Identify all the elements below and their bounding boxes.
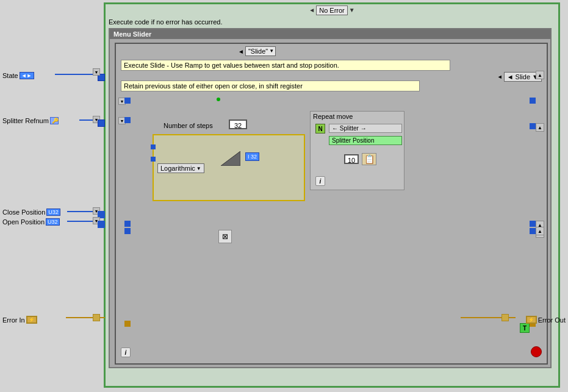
num-steps-label: Number of steps bbox=[164, 122, 213, 129]
close-position-area: Close Position U32 bbox=[2, 208, 60, 216]
error-in-area: Error In ⚡ bbox=[2, 316, 37, 324]
svg-marker-0 bbox=[221, 151, 240, 166]
scroll-right-lower2[interactable]: ▲ bbox=[536, 227, 544, 235]
blue-terminal-r4 bbox=[530, 228, 536, 234]
blue-terminal-2 bbox=[124, 117, 131, 123]
error-dropdown-label: No Error bbox=[316, 5, 348, 15]
error-out-label: Error Out bbox=[538, 316, 566, 324]
scroll-up-top[interactable]: ▲ bbox=[536, 71, 544, 79]
error-out-terminal: ⚡ bbox=[526, 316, 537, 324]
info-icon-inner: i bbox=[315, 176, 325, 186]
execute-slide-box: Execute Slide - Use Ramp to get values b… bbox=[121, 60, 450, 71]
term-open bbox=[98, 221, 105, 228]
error-out-area: ⚡ Error Out bbox=[526, 316, 566, 324]
retain-box: Retain previous state of either open or … bbox=[121, 80, 420, 91]
nested-term-2 bbox=[151, 157, 156, 162]
logarithmic-dropdown[interactable]: Logarithmic ▼ bbox=[157, 163, 204, 173]
state-area: State ◄► bbox=[2, 72, 34, 79]
repeat-move-title: Repeat move bbox=[311, 112, 404, 121]
blue-terminal-3 bbox=[124, 221, 131, 227]
stop-icon bbox=[531, 346, 542, 357]
num-steps-input[interactable]: 32 bbox=[229, 119, 247, 129]
inner-panel: ◄ "Slide" ▼ Execute Slide - Use Ramp to … bbox=[115, 43, 548, 365]
i32-box: I 32 bbox=[245, 152, 259, 161]
term-splitter bbox=[98, 119, 105, 127]
repeat-move-box: Repeat move N ← Splitter → Splitter Posi… bbox=[310, 111, 404, 190]
main-container: ◄ No Error ▼ Execute code if no error ha… bbox=[0, 0, 568, 392]
scroll-right-mid[interactable]: ▲ bbox=[536, 123, 544, 132]
open-type: U32 bbox=[46, 218, 60, 226]
state-label: State bbox=[2, 72, 18, 79]
xor-box: ⊠ bbox=[218, 230, 232, 243]
green-terminal: T bbox=[520, 323, 530, 333]
nested-term-1 bbox=[151, 144, 156, 149]
splitter-refnum-area: Splitter Refnum 🔑 bbox=[2, 117, 59, 124]
n-box: N bbox=[315, 124, 325, 134]
blue-terminal-1 bbox=[124, 98, 131, 104]
logarithmic-label: Logarithmic bbox=[160, 165, 195, 172]
error-in-terminal: ⚡ bbox=[26, 316, 37, 324]
splitter-position: Splitter Position bbox=[329, 136, 402, 145]
blue-terminal-r2 bbox=[530, 123, 536, 129]
no-error-dropdown[interactable]: ◄ No Error ▼ bbox=[309, 5, 354, 15]
state-type: ◄► bbox=[20, 72, 34, 79]
splitter-type-icon: 🔑 bbox=[50, 117, 59, 124]
term-errorout bbox=[501, 314, 509, 321]
scroll-btn-r2[interactable]: ▲ bbox=[536, 227, 544, 235]
blue-terminal-r3 bbox=[530, 221, 536, 227]
term-errorin bbox=[93, 314, 100, 321]
info-icon-outer: i bbox=[121, 347, 131, 357]
gold-terminal-left bbox=[124, 321, 131, 327]
open-position-area: Open Position U32 bbox=[2, 218, 60, 226]
slide-dropdown-area: ◄ "Slide" ▼ bbox=[238, 46, 276, 56]
error-in-label: Error In bbox=[2, 316, 25, 324]
open-position-label: Open Position bbox=[2, 218, 45, 226]
close-position-label: Close Position bbox=[2, 208, 45, 216]
slide-btn-right[interactable]: ◄ ◄ Slide ▼ bbox=[497, 72, 542, 82]
log-dropdown-arrow: ▼ bbox=[196, 166, 201, 171]
book-icon: 📋 bbox=[362, 153, 376, 165]
menu-slider-title: Menu Slider bbox=[110, 29, 550, 39]
value-10: 10 bbox=[344, 154, 359, 164]
scroll-up-mid-btn[interactable]: ▲ bbox=[536, 123, 544, 132]
slide-dropdown[interactable]: "Slide" ▼ bbox=[245, 46, 276, 56]
close-type: U32 bbox=[46, 208, 60, 216]
blue-terminal-r1 bbox=[530, 98, 536, 104]
splitter-label: ← Splitter → bbox=[329, 124, 402, 133]
splitter-refnum-label: Splitter Refnum bbox=[2, 117, 49, 124]
ramp-icon bbox=[221, 151, 240, 167]
scroll-up-btn[interactable]: ▲ bbox=[536, 71, 544, 79]
error-bar: ◄ No Error ▼ bbox=[104, 2, 560, 16]
execute-text: Execute code if no error has occurred. bbox=[109, 18, 222, 26]
blue-terminal-4 bbox=[124, 228, 131, 234]
green-node bbox=[217, 98, 220, 101]
down-conn-state: ▼ bbox=[93, 68, 100, 76]
